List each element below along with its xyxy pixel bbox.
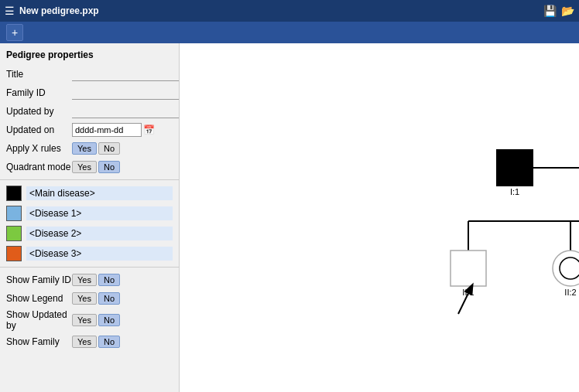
show-legend-row: Show LegendYesNo xyxy=(0,289,179,308)
family-id-row: Family ID xyxy=(0,84,179,102)
toolbar: + xyxy=(0,22,579,43)
divider-1 xyxy=(0,179,179,180)
disease-item-d3: <Disease 3> xyxy=(0,244,179,264)
show-family-no[interactable]: No xyxy=(98,336,120,348)
disease-color-d0[interactable] xyxy=(6,186,22,201)
open-icon[interactable]: 📂 xyxy=(561,5,574,17)
updated-on-input[interactable] xyxy=(72,123,142,137)
show-updated_by-no[interactable]: No xyxy=(98,314,120,326)
apply-x-row: Apply X rules Yes No xyxy=(0,139,179,158)
show-family_id-group: YesNo xyxy=(72,274,120,286)
disease-list: <Main disease><Disease 1><Disease 2><Dis… xyxy=(0,183,179,264)
apply-x-label: Apply X rules xyxy=(6,143,72,154)
titlebar-icons: 💾 📂 xyxy=(543,5,574,17)
show-legend-no[interactable]: No xyxy=(98,292,120,305)
show-updated_by-label: Show Updated by xyxy=(6,309,72,331)
show-family-group: YesNo xyxy=(72,336,120,348)
show-legend-yes[interactable]: Yes xyxy=(72,292,97,305)
show-options-list: Show Family IDYesNoShow LegendYesNoShow … xyxy=(0,271,179,351)
show-updated_by-yes[interactable]: Yes xyxy=(72,314,97,326)
node-I1[interactable] xyxy=(497,150,533,186)
show-family-row: Show FamilyYesNo xyxy=(0,332,179,351)
disease-label-d2: <Disease 2> xyxy=(26,227,173,240)
disease-color-d3[interactable] xyxy=(6,246,22,261)
add-button[interactable]: + xyxy=(6,24,23,41)
quadrant-label: Quadrant mode xyxy=(6,162,72,172)
pedigree-diagram: I:1 I:2 II:1 II:2 xyxy=(180,43,579,392)
title-label: Title xyxy=(6,69,72,80)
titlebar: ☰ New pedigree.pxp 💾 📂 xyxy=(0,0,579,22)
updated-by-input[interactable] xyxy=(72,104,180,118)
apply-x-yes[interactable]: Yes xyxy=(72,142,97,155)
updated-on-label: Updated on xyxy=(6,124,72,135)
disease-item-d1: <Disease 1> xyxy=(0,203,179,223)
disease-label-d3: <Disease 3> xyxy=(26,247,173,261)
quadrant-row: Quadrant mode Yes No xyxy=(0,158,179,176)
title-input[interactable] xyxy=(72,67,180,81)
show-family_id-label: Show Family ID xyxy=(6,274,72,285)
quadrant-yes[interactable]: Yes xyxy=(72,161,97,173)
svg-text:II:2: II:2 xyxy=(564,288,576,297)
svg-point-9 xyxy=(560,257,579,279)
calendar-icon[interactable]: 📅 xyxy=(143,124,155,135)
family-id-label: Family ID xyxy=(6,87,72,98)
disease-item-d0: <Main disease> xyxy=(0,183,179,203)
show-legend-label: Show Legend xyxy=(6,293,72,304)
menu-icon[interactable]: ☰ xyxy=(5,5,15,17)
panel-title: Pedigree properties xyxy=(0,46,179,65)
canvas-area[interactable]: I:1 I:2 II:1 II:2 xyxy=(180,43,579,392)
show-family-yes[interactable]: Yes xyxy=(72,336,97,348)
svg-text:I:1: I:1 xyxy=(510,187,519,196)
family-id-input[interactable] xyxy=(72,86,180,100)
updated-on-row: Updated on 📅 xyxy=(0,121,179,139)
disease-color-d2[interactable] xyxy=(6,226,22,241)
show-family_id-no[interactable]: No xyxy=(98,274,120,286)
show-updated_by-group: YesNo xyxy=(72,314,120,326)
apply-x-group: Yes No xyxy=(72,142,120,155)
divider-2 xyxy=(0,267,179,268)
disease-label-d1: <Disease 1> xyxy=(26,206,173,220)
quadrant-no[interactable]: No xyxy=(98,161,120,173)
show-family_id-row: Show Family IDYesNo xyxy=(0,271,179,289)
show-legend-group: YesNo xyxy=(72,292,120,305)
save-icon[interactable]: 💾 xyxy=(543,5,557,17)
app-title: New pedigree.pxp xyxy=(19,5,539,16)
disease-color-d1[interactable] xyxy=(6,206,22,221)
node-II1[interactable] xyxy=(451,251,486,286)
show-family-label: Show Family xyxy=(6,336,72,347)
show-updated_by-row: Show Updated byYesNo xyxy=(0,308,179,332)
updated-by-row: Updated by xyxy=(0,102,179,121)
disease-item-d2: <Disease 2> xyxy=(0,223,179,244)
left-panel: Pedigree properties Title Family ID Upda… xyxy=(0,43,180,392)
disease-label-d0: <Main disease> xyxy=(26,186,173,200)
title-row: Title xyxy=(0,65,179,84)
updated-by-label: Updated by xyxy=(6,106,72,117)
main-layout: Pedigree properties Title Family ID Upda… xyxy=(0,43,579,392)
quadrant-group: Yes No xyxy=(72,161,120,173)
apply-x-no[interactable]: No xyxy=(98,142,120,155)
show-family_id-yes[interactable]: Yes xyxy=(72,274,97,286)
